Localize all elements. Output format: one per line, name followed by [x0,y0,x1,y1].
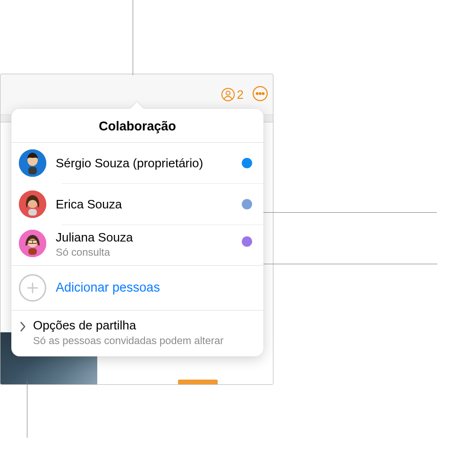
collaboration-popover: Colaboração Sérgio Souza (proprietário) [11,109,263,356]
add-people-label: Adicionar pessoas [56,280,160,295]
chevron-right-icon [18,320,28,334]
avatar [19,190,46,218]
callout-line [133,0,133,75]
participant-permission: Só consulta [56,246,232,259]
person-icon [221,87,235,102]
avatar [19,230,46,257]
memoji-icon [19,149,46,177]
presence-dot [242,199,252,209]
participant-row[interactable]: Juliana Souza Só consulta [11,225,263,265]
memoji-icon [19,230,46,257]
share-options-desc: Só as pessoas convidadas podem alterar [33,335,224,347]
share-options-text: Opções de partilha Só as pessoas convida… [33,318,224,347]
participant-name: Sérgio Souza (proprietário) [56,156,232,171]
svg-rect-8 [28,167,37,174]
svg-point-3 [256,93,258,95]
presence-dot [242,236,252,247]
collaboration-button[interactable]: 2 [221,87,244,102]
callout-line [257,212,437,213]
people-count: 2 [237,88,244,101]
participant-text: Sérgio Souza (proprietário) [56,156,232,171]
svg-rect-11 [28,209,37,216]
popover-title: Colaboração [11,109,263,142]
participant-row[interactable]: Sérgio Souza (proprietário) [11,143,263,183]
plus-circle-icon [19,274,46,302]
svg-point-5 [263,93,264,95]
add-people-button[interactable]: Adicionar pessoas [11,266,263,310]
document-badge [178,380,218,385]
svg-point-1 [226,91,229,95]
avatar [19,149,46,177]
svg-rect-14 [28,248,37,255]
participant-name: Erica Souza [56,197,232,212]
svg-point-4 [259,93,261,95]
participant-name: Juliana Souza [56,230,232,245]
share-options-title: Opções de partilha [33,318,224,333]
share-options-button[interactable]: Opções de partilha Só as pessoas convida… [11,311,263,356]
participant-row[interactable]: Erica Souza [11,184,263,225]
callout-line [27,381,27,438]
ellipsis-circle-icon [252,86,268,102]
participant-text: Erica Souza [56,197,232,212]
memoji-icon [19,190,46,218]
participant-text: Juliana Souza Só consulta [56,230,232,259]
more-button[interactable] [252,86,268,104]
presence-dot [242,158,252,168]
